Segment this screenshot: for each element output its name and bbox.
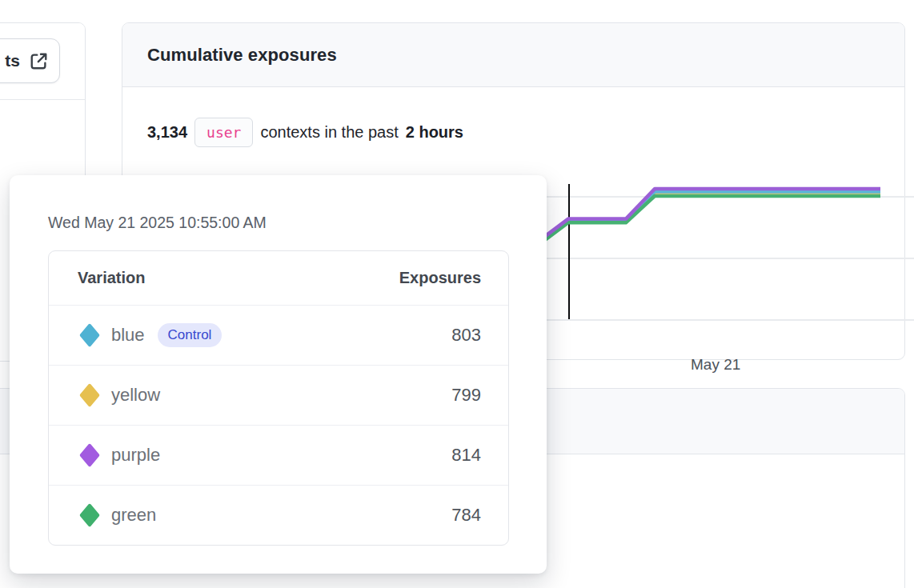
variation-row: yellow799 <box>49 365 508 425</box>
control-badge: Control <box>158 323 222 347</box>
open-external-button[interactable]: ts <box>0 38 60 83</box>
tooltip-timestamp: Wed May 21 2025 10:55:00 AM <box>48 214 267 232</box>
variation-exposures-value: 814 <box>451 445 481 466</box>
open-external-button-label: ts <box>5 51 20 70</box>
x-axis-tick-label: May 21 <box>691 356 740 374</box>
external-link-icon <box>28 50 50 72</box>
variation-name: green <box>111 505 156 526</box>
variation-row: purple814 <box>49 425 508 485</box>
chart-crosshair-line <box>568 184 570 319</box>
variation-table-header: Variation Exposures <box>49 251 508 305</box>
variation-row: blueControl803 <box>49 305 508 365</box>
variation-name: purple <box>111 445 160 466</box>
card-title: Cumulative exposures <box>147 45 337 66</box>
green-diamond-icon <box>79 503 100 527</box>
variation-exposures-value: 803 <box>451 325 481 346</box>
chart-tooltip: Wed May 21 2025 10:55:00 AM Variation Ex… <box>10 175 547 574</box>
column-header-variation: Variation <box>78 269 145 287</box>
purple-diamond-icon <box>79 443 100 467</box>
column-header-exposures: Exposures <box>399 269 481 287</box>
context-kind-badge: user <box>194 118 253 147</box>
variation-table: Variation Exposures blueControl803yellow… <box>48 250 509 546</box>
variation-exposures-value: 799 <box>451 385 481 406</box>
left-panel-header: ts <box>0 23 85 100</box>
blue-diamond-icon <box>79 323 100 347</box>
variation-name: blue <box>111 325 145 346</box>
variation-name: yellow <box>111 385 160 406</box>
exposure-count: 3,134 <box>147 123 187 142</box>
card-header: Cumulative exposures <box>122 23 904 87</box>
variation-row: green784 <box>49 485 508 545</box>
variation-exposures-value: 784 <box>451 505 481 526</box>
page: ts ves Cumulative exposures 3,134 user c… <box>0 0 914 588</box>
yellow-diamond-icon <box>79 383 100 407</box>
